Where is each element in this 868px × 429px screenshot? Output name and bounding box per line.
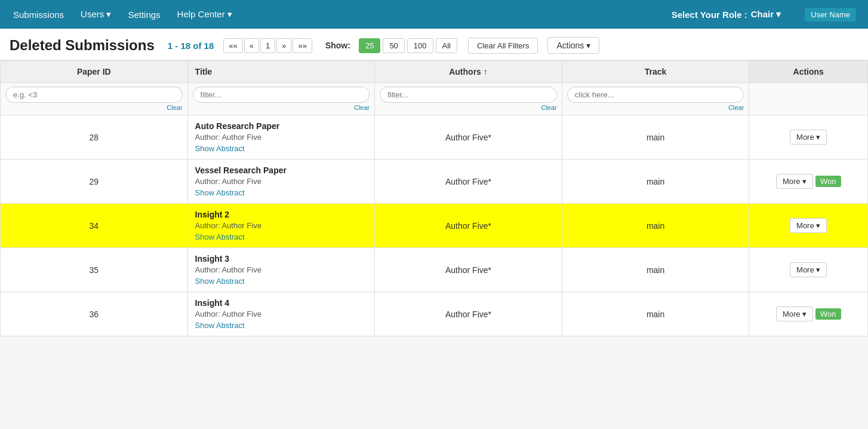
actions-dropdown-button[interactable]: Actions ▾ (547, 37, 599, 54)
col-title: Title (187, 61, 375, 83)
pagination-last[interactable]: »» (293, 38, 312, 53)
filter-track-input[interactable] (567, 87, 744, 103)
table-row: 35 Insight 3 Author: Author Five Show Ab… (1, 248, 868, 292)
main-nav: Submissions Users ▾ Settings Help Center… (0, 0, 868, 29)
paper-title-cell: Insight 4 Author: Author Five Show Abstr… (187, 292, 375, 336)
nav-role-label: Select Your Role : (672, 10, 747, 20)
show-all[interactable]: All (436, 38, 457, 53)
won-badge: Won (815, 176, 841, 187)
paper-id-cell: 29 (1, 160, 188, 204)
filter-paper-id-clear[interactable]: Clear (5, 104, 183, 111)
filter-paper-id-cell: Clear (1, 83, 188, 115)
show-label: Show: (325, 41, 350, 50)
col-authors[interactable]: Authors ↑ (375, 61, 562, 83)
filter-row: Clear Clear Clear Clear (1, 83, 868, 115)
filter-track-clear[interactable]: Clear (567, 104, 744, 111)
col-actions-header: Actions (749, 61, 868, 83)
track-cell: main (562, 115, 749, 160)
paper-id-cell: 35 (1, 248, 188, 292)
table-row: 36 Insight 4 Author: Author Five Show Ab… (1, 292, 868, 336)
more-button[interactable]: More ▾ (776, 307, 813, 321)
more-button[interactable]: More ▾ (776, 174, 813, 189)
track-cell: main (562, 248, 749, 292)
filter-authors-clear[interactable]: Clear (380, 104, 557, 111)
more-button[interactable]: More ▾ (790, 218, 827, 233)
nav-help[interactable]: Help Center ▾ (176, 7, 233, 22)
paper-id-cell: 36 (1, 292, 188, 336)
paper-title: Vessel Research Paper (195, 166, 368, 175)
table-row: 34 Insight 2 Author: Author Five Show Ab… (1, 204, 868, 248)
col-track: Track (562, 61, 749, 83)
filter-track-cell: Clear (562, 83, 749, 115)
clear-all-filters-button[interactable]: Clear All Filters (468, 38, 538, 54)
track-cell: main (562, 160, 749, 204)
col-paper-id: Paper ID (1, 61, 188, 83)
table-header-row: Paper ID Title Authors ↑ Track Actions (1, 61, 868, 83)
show-100[interactable]: 100 (407, 38, 433, 53)
filter-title-input[interactable] (193, 87, 370, 103)
paper-id-cell: 28 (1, 115, 188, 160)
paper-author: Author: Author Five (195, 265, 368, 274)
won-badge: Won (815, 308, 841, 320)
track-cell: main (562, 292, 749, 336)
paper-title-cell: Auto Research Paper Author: Author Five … (187, 115, 375, 160)
paper-title-cell: Vessel Research Paper Author: Author Fiv… (187, 160, 375, 204)
paper-title: Insight 3 (195, 254, 368, 263)
page-header: Deleted Submissions 1 - 18 of 18 «« « 1 … (0, 29, 868, 60)
submissions-table-container: Paper ID Title Authors ↑ Track Actions C… (0, 60, 868, 336)
authors-cell: Author Five* (375, 204, 562, 248)
table-body: 28 Auto Research Paper Author: Author Fi… (1, 115, 868, 336)
paper-title: Auto Research Paper (195, 121, 368, 131)
nav-role-section: Select Your Role : Chair ▾ (672, 9, 781, 20)
nav-user-box[interactable]: User Name (805, 8, 856, 22)
nav-settings[interactable]: Settings (127, 7, 161, 22)
nav-submissions[interactable]: Submissions (12, 7, 65, 22)
paper-title: Insight 4 (195, 298, 368, 308)
authors-cell: Author Five* (375, 248, 562, 292)
pagination-page[interactable]: 1 (260, 38, 275, 53)
authors-cell: Author Five* (375, 160, 562, 204)
more-button[interactable]: More ▾ (790, 130, 827, 145)
paper-title-cell: Insight 3 Author: Author Five Show Abstr… (187, 248, 375, 292)
show-abstract-link[interactable]: Show Abstract (195, 321, 245, 330)
pagination-prev[interactable]: « (244, 38, 259, 53)
submissions-table: Paper ID Title Authors ↑ Track Actions C… (0, 60, 868, 336)
paper-title-cell: Insight 2 Author: Author Five Show Abstr… (187, 204, 375, 248)
filter-title-cell: Clear (187, 83, 375, 115)
show-25[interactable]: 25 (359, 38, 380, 53)
filter-actions-cell (749, 83, 868, 115)
authors-cell: Author Five* (375, 292, 562, 336)
row-actions-cell: More ▾ (749, 248, 868, 292)
row-actions-cell: More ▾ (749, 204, 868, 248)
row-actions-cell: More ▾ Won (749, 160, 868, 204)
more-button[interactable]: More ▾ (790, 262, 827, 277)
pagination-controls: «« « 1 » »» (223, 38, 312, 53)
pagination-first[interactable]: «« (223, 38, 242, 53)
paper-author: Author: Author Five (195, 177, 368, 186)
paper-author: Author: Author Five (195, 310, 368, 318)
show-buttons: 25 50 100 All (359, 38, 457, 53)
show-abstract-link[interactable]: Show Abstract (195, 277, 245, 286)
row-actions-cell: More ▾ (749, 115, 868, 160)
track-cell: main (562, 204, 749, 248)
page-title: Deleted Submissions (10, 37, 155, 54)
table-row: 28 Auto Research Paper Author: Author Fi… (1, 115, 868, 160)
nav-role-value[interactable]: Chair ▾ (751, 9, 781, 20)
authors-cell: Author Five* (375, 115, 562, 160)
pagination-info: 1 - 18 of 18 (168, 41, 214, 51)
show-abstract-link[interactable]: Show Abstract (195, 188, 245, 197)
filter-authors-input[interactable] (380, 87, 557, 103)
table-row: 29 Vessel Research Paper Author: Author … (1, 160, 868, 204)
show-abstract-link[interactable]: Show Abstract (195, 144, 245, 153)
paper-id-cell: 34 (1, 204, 188, 248)
filter-authors-cell: Clear (375, 83, 562, 115)
show-abstract-link[interactable]: Show Abstract (195, 232, 245, 241)
row-actions-cell: More ▾ Won (749, 292, 868, 336)
nav-users[interactable]: Users ▾ (79, 7, 112, 22)
filter-title-clear[interactable]: Clear (193, 104, 370, 111)
paper-author: Author: Author Five (195, 133, 368, 142)
filter-paper-id-input[interactable] (5, 87, 183, 103)
paper-title: Insight 2 (195, 210, 368, 219)
show-50[interactable]: 50 (383, 38, 404, 53)
pagination-next[interactable]: » (276, 38, 291, 53)
